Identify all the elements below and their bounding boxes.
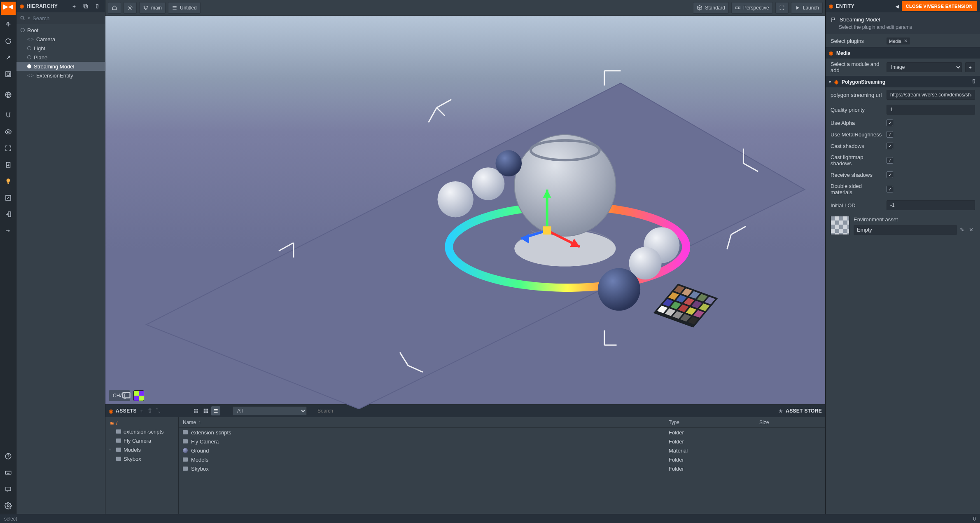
folder-fly-camera[interactable]: Fly Camera (105, 436, 178, 445)
env-edit-icon[interactable]: ✎ (958, 225, 966, 235)
delete-entity-icon[interactable] (93, 2, 102, 11)
folder-label: Models (124, 447, 141, 453)
launch-button[interactable]: Launch (791, 2, 823, 14)
export-tool-icon[interactable] (0, 157, 16, 173)
media-component-header[interactable]: ◉ Media (826, 47, 980, 59)
env-clear-icon[interactable]: ✕ (967, 225, 975, 235)
login-tool-icon[interactable] (0, 206, 16, 223)
tree-label: Streaming Model (34, 63, 74, 70)
asset-name: Fly Camera (191, 439, 219, 445)
help-icon[interactable] (0, 448, 16, 464)
col-name[interactable]: Name (183, 420, 196, 425)
double-sided-checkbox[interactable] (887, 186, 893, 192)
env-thumbnail[interactable] (831, 216, 849, 235)
assets-breadcrumb[interactable]: / (105, 420, 178, 427)
asset-row[interactable]: SkyboxFolder (179, 464, 825, 473)
hierarchy-item-camera[interactable]: < >Camera (16, 35, 105, 44)
asset-row[interactable]: Fly CameraFolder (179, 437, 825, 446)
add-entity-icon[interactable]: ＋ (70, 2, 79, 11)
chat-button[interactable]: CHAT (109, 390, 130, 401)
rotate-tool-icon[interactable] (0, 33, 16, 49)
asset-filter-select[interactable]: All (233, 406, 307, 415)
branch-button[interactable]: main (139, 2, 166, 14)
initial-lod-input[interactable] (887, 200, 975, 210)
receive-shadows-label: Receive shadows (831, 172, 883, 178)
folder-models[interactable]: +Models (105, 445, 178, 454)
asset-row[interactable]: extension-scriptsFolder (179, 428, 825, 437)
module-select[interactable]: Image (887, 62, 962, 72)
resize-tool-icon[interactable] (0, 66, 16, 82)
poly-url-input[interactable] (887, 90, 975, 100)
delete-component-icon[interactable] (971, 78, 977, 85)
hierarchy-item-light[interactable]: Light (16, 44, 105, 53)
hierarchy-search-input[interactable] (33, 15, 102, 21)
entity-sub: Select the plugin and edit params (826, 24, 980, 34)
quality-input[interactable] (887, 105, 975, 115)
shade-label: Standard (705, 5, 725, 11)
perspective-button[interactable]: Perspective (731, 2, 773, 14)
use-metal-checkbox[interactable] (887, 131, 893, 138)
asset-store-link[interactable]: ASSET STORE (786, 408, 822, 414)
edit-tool-icon[interactable] (0, 190, 16, 206)
bullet-icon: ◉ (829, 3, 833, 9)
env-label: Environment asset (854, 216, 975, 223)
chat-icon[interactable] (0, 481, 16, 497)
settings-icon[interactable] (0, 497, 16, 514)
asset-search-input[interactable] (317, 408, 408, 414)
perspective-label: Perspective (743, 5, 769, 11)
close-extension-button[interactable]: CLOSE VIVERSE EXTENSION (902, 1, 977, 11)
receive-shadows-checkbox[interactable] (887, 171, 893, 178)
svg-point-14 (129, 7, 131, 9)
scene-button[interactable]: Untitled (168, 2, 201, 14)
tag-remove-icon[interactable]: ✕ (904, 38, 908, 44)
world-tool-icon[interactable] (0, 87, 16, 103)
view-small-grid-icon[interactable] (191, 406, 201, 415)
home-button[interactable] (108, 2, 121, 14)
viewport-3d[interactable]: CHAT (105, 16, 825, 404)
expand-icon[interactable]: + (109, 447, 111, 452)
view-large-grid-icon[interactable] (201, 406, 210, 415)
delete-asset-icon[interactable] (147, 408, 153, 415)
shade-button[interactable]: Standard (693, 2, 729, 14)
module-row: Select a module and add Image + (826, 59, 980, 76)
add-asset-icon[interactable]: ＋ (139, 407, 145, 415)
cast-shadows-checkbox[interactable] (887, 143, 893, 149)
scale-tool-icon[interactable] (0, 49, 16, 66)
svg-rect-68 (196, 411, 198, 413)
env-value[interactable]: Empty (854, 225, 957, 235)
snap-tool-icon[interactable] (0, 107, 16, 124)
continue-tool-icon[interactable] (0, 223, 16, 239)
view-list-icon[interactable] (211, 406, 220, 415)
fullscreen-button[interactable] (775, 2, 789, 14)
hierarchy-item-streaming-model[interactable]: Streaming Model (16, 62, 105, 71)
use-alpha-checkbox[interactable] (887, 120, 893, 126)
module-add-button[interactable]: + (965, 62, 975, 72)
asset-row[interactable]: ModelsFolder (179, 455, 825, 464)
hierarchy-tree: Root < >Camera Light Plane Streaming Mod… (16, 24, 105, 514)
asset-row[interactable]: GroundMaterial (179, 446, 825, 455)
plugin-tag-media[interactable]: Media ✕ (887, 38, 910, 45)
hierarchy-item-root[interactable]: Root (16, 26, 105, 35)
refresh-asset-icon[interactable] (155, 408, 161, 415)
folder-extension-scripts[interactable]: extension-scripts (105, 427, 178, 436)
polygon-streaming-header[interactable]: ▾ ◉ PolygonStreaming (826, 76, 980, 87)
visibility-tool-icon[interactable] (0, 124, 16, 140)
light-tool-icon[interactable] (0, 173, 16, 190)
hierarchy-item-extension-entity[interactable]: < >ExtensionEntity (16, 71, 105, 80)
focus-tool-icon[interactable] (0, 140, 16, 157)
svg-rect-65 (194, 409, 196, 410)
settings-button[interactable] (124, 2, 137, 14)
copy-entity-icon[interactable] (81, 2, 90, 11)
search-dropdown-icon[interactable]: ▾ (28, 16, 30, 20)
sort-asc-icon[interactable]: ↑ (198, 420, 201, 425)
keyboard-icon[interactable] (0, 464, 16, 481)
col-size[interactable]: Size (759, 420, 825, 425)
folder-skybox[interactable]: Skybox (105, 454, 178, 463)
collapse-icon[interactable]: ◀ (896, 4, 899, 9)
hierarchy-item-plane[interactable]: Plane (16, 53, 105, 62)
col-type[interactable]: Type (669, 420, 759, 425)
module-label: Select a module and add (831, 61, 883, 73)
cast-lightmap-checkbox[interactable] (887, 157, 893, 164)
move-tool-icon[interactable] (0, 16, 16, 33)
poly-url-label: polygon streaming url (831, 92, 883, 98)
